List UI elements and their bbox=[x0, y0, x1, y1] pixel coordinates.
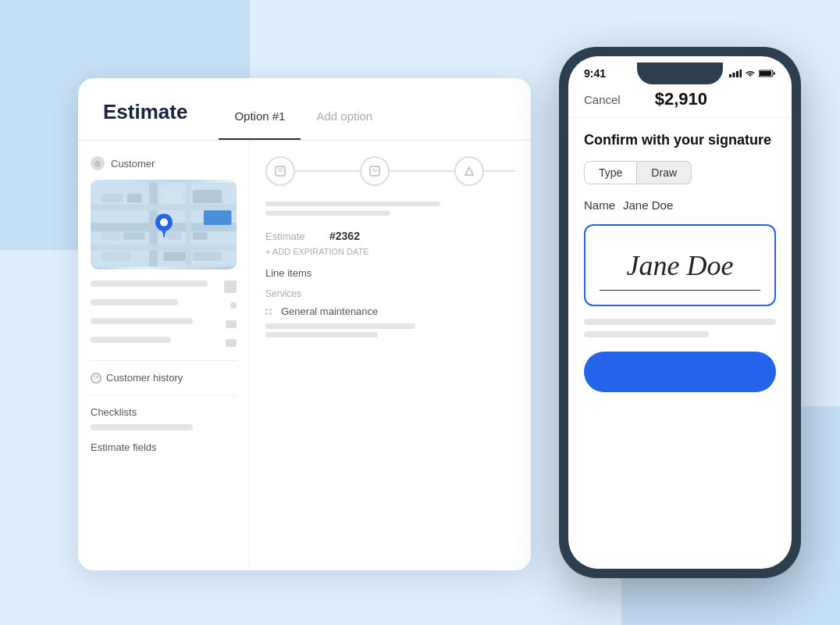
status-icons bbox=[729, 70, 776, 77]
signal-icon bbox=[729, 70, 742, 77]
card-header: Estimate Option #1 Add option bbox=[78, 78, 531, 141]
svg-rect-34 bbox=[774, 73, 775, 75]
service-item-text: General maintenance bbox=[281, 305, 378, 317]
step-icon-2 bbox=[360, 156, 390, 186]
svg-rect-16 bbox=[193, 232, 208, 239]
skeleton-bar-2 bbox=[584, 331, 709, 338]
svg-rect-5 bbox=[91, 245, 237, 250]
svg-marker-22 bbox=[162, 230, 166, 235]
svg-rect-4 bbox=[91, 205, 237, 210]
confirm-button[interactable] bbox=[584, 352, 776, 392]
step-icon-1 bbox=[265, 156, 295, 186]
svg-rect-29 bbox=[733, 73, 735, 77]
customer-history-section: ⟳ Customer history bbox=[91, 372, 237, 384]
divider-1 bbox=[91, 360, 237, 361]
signature-box[interactable]: Jane Doe bbox=[584, 224, 776, 306]
customer-avatar-icon bbox=[224, 280, 237, 293]
customer-history-label: Customer history bbox=[106, 372, 183, 384]
customer-bar-4 bbox=[91, 337, 171, 343]
name-label: Name bbox=[584, 198, 615, 212]
svg-rect-18 bbox=[164, 252, 186, 261]
status-time: 9:41 bbox=[584, 67, 606, 80]
draw-toggle-button[interactable]: Draw bbox=[637, 161, 692, 184]
step-icon-3 bbox=[454, 156, 484, 186]
svg-rect-8 bbox=[164, 190, 182, 203]
svg-rect-33 bbox=[760, 71, 771, 76]
svg-rect-31 bbox=[740, 70, 742, 77]
services-label: Services bbox=[265, 288, 515, 299]
right-panel: Estimate #2362 + ADD EXPIRATION DATE Lin… bbox=[250, 141, 531, 570]
svg-point-21 bbox=[160, 218, 168, 226]
name-value: Jane Doe bbox=[623, 198, 673, 212]
step-bar-1 bbox=[265, 202, 440, 206]
estimate-label: Estimate bbox=[265, 230, 320, 242]
svg-rect-7 bbox=[127, 194, 142, 202]
phone-body: Confirm with your signature Type Draw Na… bbox=[568, 118, 792, 569]
left-panel: ◎ Customer bbox=[78, 141, 250, 570]
step-bar-2 bbox=[265, 211, 390, 216]
customer-bar-2 bbox=[91, 299, 178, 305]
customer-icon: ◎ bbox=[91, 156, 105, 170]
customer-info-row2 bbox=[91, 299, 237, 312]
drag-handle-icon bbox=[265, 309, 275, 315]
svg-rect-30 bbox=[736, 71, 739, 77]
phone-notch bbox=[637, 62, 723, 84]
svg-rect-6 bbox=[101, 194, 123, 202]
customer-section: ◎ Customer bbox=[91, 156, 237, 170]
phone-header: Cancel $2,910 bbox=[568, 83, 792, 118]
estimate-info-row: Estimate #2362 bbox=[265, 230, 515, 242]
battery-icon bbox=[759, 70, 776, 77]
line-items-label: Line items bbox=[265, 267, 515, 279]
name-row: Name Jane Doe bbox=[584, 198, 776, 212]
svg-rect-17 bbox=[101, 252, 130, 261]
svg-rect-19 bbox=[193, 252, 222, 261]
tab-option1[interactable]: Option #1 bbox=[219, 100, 301, 140]
wifi-icon bbox=[745, 70, 756, 77]
step-line-1 bbox=[295, 170, 360, 172]
svg-rect-28 bbox=[729, 74, 731, 77]
step-line-3 bbox=[484, 170, 515, 172]
svg-rect-3 bbox=[186, 183, 191, 267]
card-body: ◎ Customer bbox=[78, 141, 531, 570]
phone-inner: 9:41 bbox=[568, 56, 792, 569]
customer-info-row1 bbox=[91, 280, 237, 293]
svg-marker-27 bbox=[465, 167, 473, 175]
confirm-title: Confirm with your signature bbox=[584, 132, 776, 148]
service-item-row: General maintenance bbox=[265, 305, 515, 317]
customer-phone-icon bbox=[226, 320, 237, 328]
step-icons-row bbox=[265, 156, 515, 186]
customer-bar-1 bbox=[91, 280, 208, 287]
tab-add-option[interactable]: Add option bbox=[301, 100, 388, 140]
map-placeholder bbox=[91, 180, 237, 270]
service-bar-2 bbox=[265, 332, 378, 338]
svg-rect-14 bbox=[123, 232, 145, 239]
estimate-fields-section: Estimate fields bbox=[91, 441, 237, 453]
svg-rect-9 bbox=[193, 190, 222, 203]
service-bar-1 bbox=[265, 323, 415, 329]
svg-rect-12 bbox=[204, 210, 232, 225]
customer-label: Customer bbox=[111, 158, 155, 170]
add-expiry[interactable]: + ADD EXPIRATION DATE bbox=[265, 247, 515, 256]
customer-info-row4 bbox=[91, 337, 237, 349]
cancel-button[interactable]: Cancel bbox=[584, 93, 621, 106]
customer-email-icon bbox=[226, 339, 237, 347]
signature-underline bbox=[600, 290, 760, 291]
checklists-section: Checklists bbox=[91, 406, 237, 418]
phone-mockup: 9:41 bbox=[559, 47, 801, 578]
price-display: $2,910 bbox=[655, 89, 707, 109]
desktop-card: Estimate Option #1 Add option ◎ Customer bbox=[78, 78, 531, 570]
svg-rect-13 bbox=[101, 232, 119, 239]
customer-info-row3 bbox=[91, 318, 237, 330]
type-toggle-button[interactable]: Type bbox=[584, 161, 637, 184]
checklist-bar bbox=[91, 424, 193, 430]
divider-2 bbox=[91, 395, 237, 395]
signature-text: Jane Doe bbox=[627, 249, 734, 282]
customer-bar-3 bbox=[91, 318, 193, 324]
map-pin bbox=[155, 213, 173, 232]
skeleton-bar-1 bbox=[584, 319, 776, 325]
history-icon: ⟳ bbox=[91, 373, 101, 384]
tab-bar: Option #1 Add option bbox=[219, 100, 388, 140]
customer-dot-1 bbox=[230, 302, 237, 309]
estimate-number: #2362 bbox=[329, 230, 360, 242]
step-line-2 bbox=[390, 170, 454, 172]
